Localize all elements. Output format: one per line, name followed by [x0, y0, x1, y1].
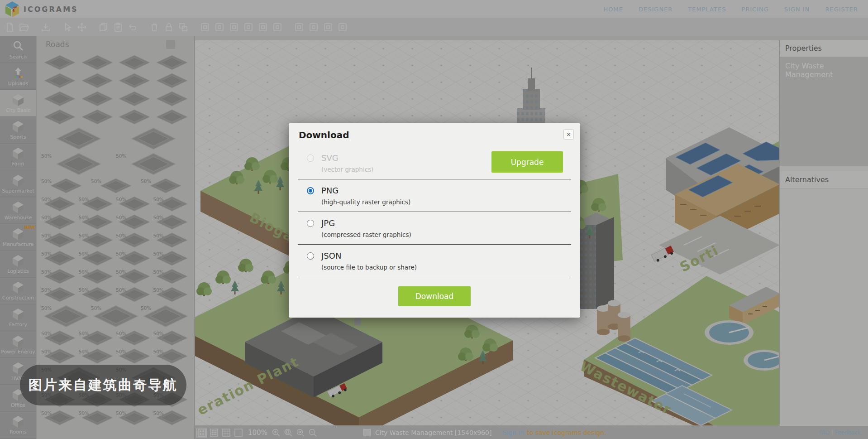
svg-radio[interactable] [307, 154, 314, 162]
option-svg[interactable]: SVG (vector graphics) Upgrade [298, 147, 571, 179]
watermark-badge: 图片来自建筑曲奇导航 [20, 365, 186, 405]
png-radio[interactable] [307, 187, 314, 194]
option-jpg[interactable]: JPG (compressed raster graphics) [298, 212, 571, 245]
upgrade-button[interactable]: Upgrade [491, 151, 563, 173]
json-description: (source file to backup or share) [321, 264, 571, 271]
jpg-label[interactable]: JPG [321, 218, 335, 228]
png-label[interactable]: PNG [321, 186, 339, 195]
dialog-title: Download [299, 130, 349, 140]
json-radio[interactable] [307, 252, 314, 260]
download-dialog: Download ✕ SVG (vector graphics) Upgrade… [289, 123, 580, 318]
download-button[interactable]: Download [398, 286, 471, 306]
option-png[interactable]: PNG (high-quality raster graphics) [298, 179, 571, 212]
svg-label[interactable]: SVG [321, 153, 339, 163]
json-label[interactable]: JSON [321, 251, 341, 261]
jpg-description: (compressed raster graphics) [321, 231, 571, 238]
format-options: SVG (vector graphics) Upgrade PNG (high-… [298, 147, 571, 277]
close-icon[interactable]: ✕ [563, 129, 574, 140]
png-description: (high-quality raster graphics) [321, 198, 571, 206]
option-json[interactable]: JSON (source file to backup or share) [298, 245, 571, 277]
jpg-radio[interactable] [307, 220, 314, 227]
watermark-text: 图片来自建筑曲奇导航 [29, 376, 178, 395]
icograms-designer: ICOGRAMS HOME DESIGNER TEMPLATES PRICING… [0, 0, 868, 439]
